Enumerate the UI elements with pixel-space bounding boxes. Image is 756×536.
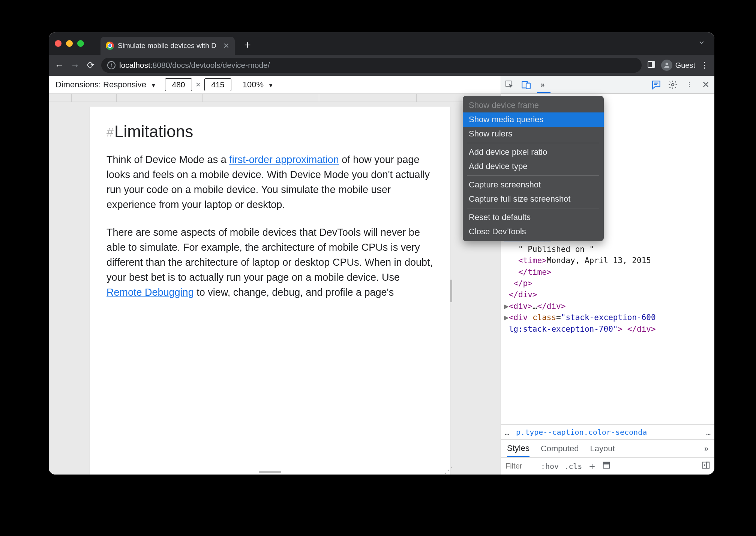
menu-show-rulers[interactable]: Show rulers [463,127,604,141]
computed-styles-icon[interactable] [602,461,610,471]
devtools-toolbar: » ⋮ ✕ [501,76,714,94]
close-window-button[interactable] [55,40,62,47]
tab-list-chevron-icon[interactable] [698,39,705,48]
page-content: #Limitations Think of Device Mode as a f… [90,107,450,325]
close-devtools-icon[interactable]: ✕ [701,80,711,90]
window-controls [55,40,84,47]
breadcrumb-overflow-left[interactable]: … [505,428,509,437]
address-bar[interactable]: i localhost:8080/docs/devtools/device-mo… [101,58,642,73]
ruler-bar [49,94,501,102]
article-paragraph: There are some aspects of mobile devices… [106,225,434,300]
svg-rect-12 [706,462,709,469]
breadcrumb-overflow-right[interactable]: … [706,428,711,437]
active-tab-indicator [537,92,550,93]
menu-capture-full-screenshot[interactable]: Capture full size screenshot [463,192,604,206]
dimension-separator: × [196,80,201,90]
menu-capture-screenshot[interactable]: Capture screenshot [463,178,604,192]
tab-computed[interactable]: Computed [541,444,579,454]
toggle-sidebar-icon[interactable] [702,461,710,471]
more-tabs-icon[interactable]: » [538,80,548,90]
tab-title: Simulate mobile devices with D [118,42,216,50]
menu-add-device-type[interactable]: Add device type [463,159,604,174]
resize-handle-corner[interactable]: ⋰ [444,465,453,475]
zoom-value: 100% [243,80,264,89]
menu-show-device-frame: Show device frame [463,98,604,112]
forward-button[interactable]: → [70,60,80,70]
chrome-favicon [106,42,114,50]
back-button[interactable]: ← [54,60,64,70]
svg-point-2 [665,63,668,65]
more-style-tabs-icon[interactable]: » [704,444,708,453]
viewport-area: #Limitations Think of Device Mode as a f… [49,102,501,475]
article-heading: #Limitations [106,119,434,144]
devtools-menu-icon[interactable]: ⋮ [684,80,694,90]
close-tab-icon[interactable]: ✕ [223,41,230,50]
inspect-element-icon[interactable] [505,80,514,90]
device-preset-select[interactable]: Responsive ▼ [103,80,156,90]
styles-tab-strip: Styles Computed Layout » [501,439,714,457]
resize-handle-bottom[interactable] [259,471,281,473]
site-info-icon[interactable]: i [107,61,116,69]
new-tab-button[interactable]: ＋ [242,37,253,52]
hov-toggle[interactable]: :hov [541,462,559,471]
browser-window: Simulate mobile devices with D ✕ ＋ ← → ⟳… [49,32,714,475]
minimize-window-button[interactable] [66,40,73,47]
styles-filter-input[interactable] [506,462,536,470]
remote-debugging-link[interactable]: Remote Debugging [106,287,194,298]
zoom-select[interactable]: 100% ▼ [243,80,273,90]
breadcrumb-selected[interactable]: p.type--caption.color-seconda [516,428,647,437]
tab-layout[interactable]: Layout [590,444,615,454]
heading-anchor-icon[interactable]: # [106,125,114,139]
menu-add-device-pixel-ratio[interactable]: Add device pixel ratio [463,145,604,159]
article-paragraph: Think of Device Mode as a first-order ap… [106,153,434,213]
url-path: /docs/devtools/device-mode/ [170,61,270,69]
browser-tab[interactable]: Simulate mobile devices with D ✕ [100,37,235,55]
settings-gear-icon[interactable] [668,80,678,90]
menu-close-devtools[interactable]: Close DevTools [463,225,604,239]
content-area: Dimensions: Responsive ▼ × 100% ▼ [49,76,714,475]
caret-down-icon: ▼ [268,82,273,88]
toggle-device-toolbar-icon[interactable] [521,80,531,90]
url-port: :8080 [150,61,170,69]
simulated-viewport: #Limitations Think of Device Mode as a f… [90,107,450,475]
menu-show-media-queries[interactable]: Show media queries [463,112,604,127]
svg-rect-10 [603,462,610,464]
caret-down-icon: ▼ [151,82,156,88]
cls-toggle[interactable]: .cls [564,462,582,471]
device-options-menu: Show device frame Show media queries Sho… [463,96,604,241]
first-order-approximation-link[interactable]: first-order approximation [229,154,339,165]
new-style-rule-icon[interactable]: ＋ [587,460,597,473]
address-toolbar: ← → ⟳ i localhost:8080/docs/devtools/dev… [49,55,714,76]
maximize-window-button[interactable] [77,40,84,47]
browser-menu-button[interactable]: ⋮ [700,60,709,70]
side-panel-icon[interactable] [647,60,656,70]
profile-chip[interactable]: Guest [661,60,695,71]
menu-reset-defaults[interactable]: Reset to defaults [463,210,604,225]
resize-handle-right[interactable] [450,280,452,302]
viewport-height-input[interactable] [204,78,231,91]
tab-bar: Simulate mobile devices with D ✕ ＋ [49,32,714,55]
svg-point-8 [672,83,674,86]
tab-styles[interactable]: Styles [507,443,530,457]
dimensions-label: Dimensions: [56,80,101,90]
device-preset-value: Responsive [103,80,146,89]
breadcrumb[interactable]: … p.type--caption.color-seconda … [501,424,714,439]
feedback-icon[interactable] [651,80,661,90]
svg-rect-11 [702,462,709,469]
viewport-width-input[interactable] [165,78,192,91]
reload-button[interactable]: ⟳ [86,60,96,70]
profile-label: Guest [675,61,695,70]
styles-filter-bar: :hov .cls ＋ [501,457,714,475]
guest-avatar-icon [661,60,672,71]
svg-rect-1 [652,61,655,67]
url-host: localhost [119,61,150,69]
svg-rect-5 [526,83,530,88]
